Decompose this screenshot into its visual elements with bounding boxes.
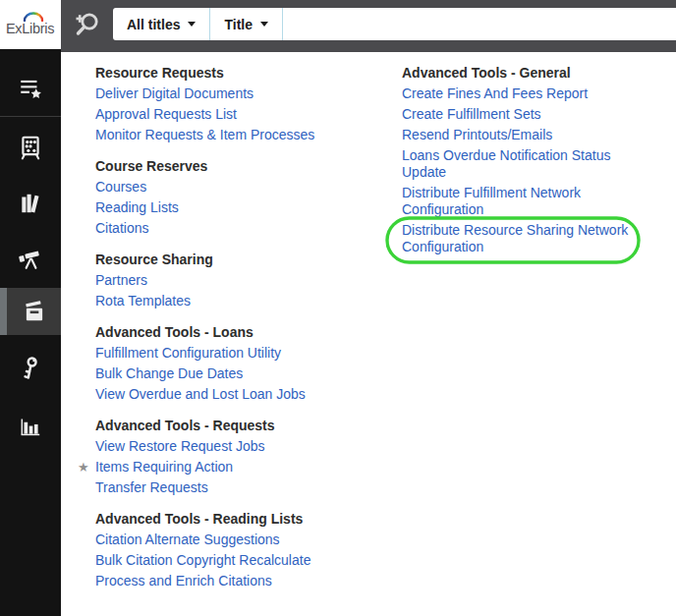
menu-link[interactable]: Bulk Change Due Dates (95, 365, 390, 382)
key-icon (18, 356, 43, 381)
menu-link[interactable]: Transfer Requests (95, 479, 390, 496)
menu-link[interactable]: Distribute Fulfillment Network Configura… (402, 185, 655, 218)
menu-link-highlighted[interactable]: Distribute Resource Sharing Network Conf… (402, 222, 655, 255)
menu-link[interactable]: View Overdue and Lost Loan Jobs (95, 386, 390, 403)
menu-link[interactable]: Resend Printouts/Emails (402, 127, 655, 143)
menu-link[interactable]: Rota Templates (95, 293, 390, 309)
top-bar: All titles Title (0, 0, 676, 52)
menu-link-starred[interactable]: ★Items Requiring Action (95, 459, 390, 476)
search-field-label: Title (224, 17, 253, 32)
menu-link[interactable]: Monitor Requests & Item Processes (95, 127, 390, 143)
menu-section: Resource Requests Deliver Digital Docume… (95, 65, 390, 143)
section-title: Advanced Tools - Reading Lists (95, 511, 390, 528)
menu-link[interactable]: View Restore Request Jobs (95, 438, 390, 455)
menu-link[interactable]: Reading Lists (95, 199, 390, 216)
menu-section: Resource Sharing Partners Rota Templates (95, 252, 390, 309)
abacus-icon (18, 135, 43, 160)
section-title: Advanced Tools - General (402, 65, 655, 82)
menu-link[interactable]: Partners (95, 272, 390, 289)
menu-link-label: Items Requiring Action (95, 459, 233, 475)
menu-section: Course Reserves Courses Reading Lists Ci… (95, 158, 390, 237)
sidebar-item-discovery[interactable] (0, 234, 61, 281)
logo-text: ExLibris (6, 21, 54, 36)
menu-link[interactable]: Citation Alternate Suggestions (95, 532, 390, 548)
caret-down-icon (188, 22, 196, 27)
sidebar-item-analytics[interactable] (0, 402, 61, 449)
menu-link[interactable]: Courses (95, 179, 390, 196)
section-title: Advanced Tools - Loans (95, 324, 390, 341)
search-scope-dropdown[interactable]: All titles (113, 8, 209, 40)
menu-link[interactable]: Bulk Citation Copyright Recalculate (95, 552, 390, 569)
search-field-dropdown[interactable]: Title (210, 8, 282, 40)
favorite-star-icon[interactable]: ★ (78, 459, 89, 476)
nav-sidebar (0, 49, 61, 616)
search-input[interactable] (283, 8, 676, 40)
menu-link[interactable]: Loans Overdue Notification Status Update (402, 147, 655, 181)
search-scope-label: All titles (127, 17, 180, 32)
menu-column-right: Advanced Tools - General Create Fines An… (402, 52, 655, 270)
section-title: Resource Sharing (95, 252, 390, 268)
section-title: Course Reserves (95, 158, 390, 175)
open-box-icon (22, 299, 47, 324)
caret-down-icon (260, 22, 268, 27)
sidebar-divider (0, 116, 61, 117)
menu-link[interactable]: Process and Enrich Citations (95, 573, 390, 589)
books-icon (18, 191, 43, 216)
menu-link[interactable]: Create Fines And Fees Report (402, 85, 655, 102)
sidebar-item-fulfillment[interactable] (0, 288, 61, 335)
sidebar-item-resources[interactable] (0, 180, 61, 227)
menu-section: Advanced Tools - Loans Fulfillment Confi… (95, 324, 390, 403)
menu-section: Advanced Tools - Reading Lists Citation … (95, 511, 390, 589)
menu-link[interactable]: Citations (95, 220, 390, 237)
sidebar-item-tasks[interactable] (0, 65, 61, 112)
exlibris-logo: ExLibris (0, 0, 61, 49)
sidebar-item-acquisitions[interactable] (0, 124, 61, 171)
menu-section: Advanced Tools - Requests View Restore R… (95, 418, 390, 496)
app-root: All titles Title (0, 0, 676, 616)
bar-chart-icon (18, 413, 43, 438)
telescope-icon (18, 245, 43, 270)
menu-link[interactable]: Deliver Digital Documents (95, 85, 390, 102)
list-star-icon (18, 76, 43, 101)
fulfillment-menu-panel: Resource Requests Deliver Digital Docume… (61, 52, 676, 616)
section-title: Resource Requests (95, 65, 390, 82)
section-title: Advanced Tools - Requests (95, 418, 390, 434)
menu-link[interactable]: Fulfillment Configuration Utility (95, 345, 390, 362)
menu-link[interactable]: Approval Requests List (95, 106, 390, 123)
persistent-search-bar: All titles Title (113, 8, 676, 40)
menu-section: Advanced Tools - General Create Fines An… (402, 65, 655, 255)
menu-link[interactable]: Create Fulfillment Sets (402, 106, 655, 123)
sidebar-item-admin[interactable] (0, 345, 61, 392)
menu-column-left: Resource Requests Deliver Digital Docume… (95, 52, 390, 604)
persistent-search-icon[interactable] (70, 9, 103, 46)
